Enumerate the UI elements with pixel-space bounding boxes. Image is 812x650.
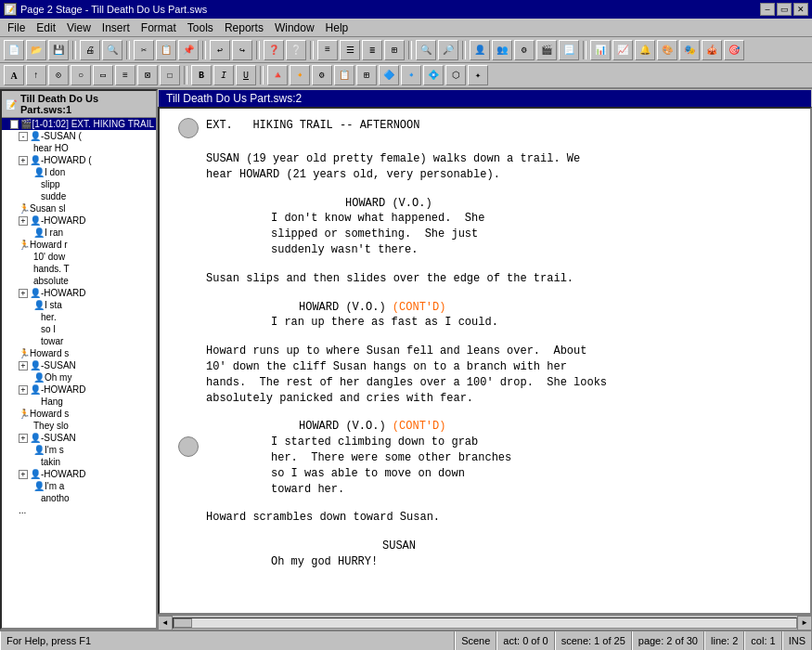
tb2-lines[interactable]: ≡ [115,65,135,85]
expand-icon[interactable]: - [10,120,19,129]
tb-redo[interactable]: ↪ [232,40,252,60]
tb-person2[interactable]: 👥 [492,40,512,60]
tree-item-howard4[interactable]: + 👤 -HOWARD [2,384,156,396]
tb-format2[interactable]: ☰ [340,40,360,60]
expand-icon-6[interactable]: + [19,361,28,370]
tree-item-hang[interactable]: Hang [2,396,156,408]
tb-paste[interactable]: 📌 [178,40,199,60]
tb-person1[interactable]: 👤 [470,40,490,60]
tb-report1[interactable]: 📊 [590,40,611,60]
menu-window[interactable]: Window [269,20,320,36]
menu-tools[interactable]: Tools [182,20,219,36]
tb-settings[interactable]: ⚙ [514,40,535,60]
tree-item-susan2[interactable]: + 👤 -SUSAN [2,359,156,371]
expand-icon-7[interactable]: + [19,385,28,395]
menu-format[interactable]: Format [135,20,182,36]
tb2-tri[interactable]: 🔺 [267,65,288,85]
tree-item-hear[interactable]: hear HO [2,142,156,154]
scroll-thumb[interactable] [174,618,192,628]
tb-help2[interactable]: ❔ [286,40,306,60]
expand-icon-5[interactable]: + [19,289,28,298]
restore-button[interactable]: ▭ [777,3,792,16]
expand-icon-4[interactable]: + [19,216,28,226]
tree-item-ims[interactable]: 👤 I'm s [2,444,156,456]
tb-format1[interactable]: ≡ [317,40,338,60]
menu-help[interactable]: Help [320,20,354,36]
minimize-button[interactable]: – [760,3,775,16]
tree-item-slipp[interactable]: slipp [2,178,156,190]
tb2-empty-circle[interactable]: ○ [71,65,91,85]
tb2-b2[interactable]: 🔹 [401,65,421,85]
doc-tab[interactable]: Till Death Do Us Part.sws:2 [158,89,812,107]
tree-item-howard-s2[interactable]: 🏃 Howard s [2,408,156,420]
tb2-b3[interactable]: 💠 [423,65,444,85]
nav-tree[interactable]: - 🎬 [1-01:02] EXT. HIKING TRAIL - 👤 -SUS… [2,118,156,628]
scroll-right-btn[interactable]: ► [797,616,812,630]
tb-copy[interactable]: 📋 [156,40,176,60]
expand-icon-3[interactable]: + [19,156,28,165]
tree-item-soi[interactable]: so I [2,323,156,335]
tb2-clip[interactable]: 📋 [334,65,354,85]
tb2-checkbox[interactable]: ☐ [160,65,180,85]
tb2-star[interactable]: ✦ [468,65,488,85]
horizontal-scrollbar[interactable]: ◄ ► [158,615,812,630]
tb-script[interactable]: 📃 [559,40,579,60]
tb2-dia[interactable]: 🔸 [290,65,310,85]
tb2-up[interactable]: ↑ [26,65,46,85]
tree-item-scene[interactable]: - 🎬 [1-01:02] EXT. HIKING TRAIL [2,118,156,130]
tree-item-iran[interactable]: 👤 I ran [2,227,156,239]
tb2-italic[interactable]: I [213,65,234,85]
tb2-circle[interactable]: ⊙ [48,65,69,85]
tb-extra1[interactable]: 🎭 [679,40,700,60]
tb2-sq[interactable]: ⊞ [356,65,377,85]
tb2-grid[interactable]: ⊠ [137,65,158,85]
tb-open[interactable]: 📂 [26,40,46,60]
menu-view[interactable]: View [61,20,97,36]
menu-edit[interactable]: Edit [31,20,61,36]
tree-item-susan-slips[interactable]: 🏃 Susan sl [2,202,156,214]
tree-item-idon[interactable]: 👤 I don [2,166,156,178]
tree-item-takin[interactable]: takin [2,456,156,468]
tree-item-susan3[interactable]: + 👤 -SUSAN [2,432,156,444]
tree-item-howard1[interactable]: + 👤 -HOWARD ( [2,154,156,166]
tree-item-towar[interactable]: towar [2,335,156,347]
tb-report2[interactable]: 📈 [612,40,633,60]
tb-format3[interactable]: ≣ [362,40,382,60]
tree-item-howard5[interactable]: + 👤 -HOWARD [2,468,156,480]
tb-help[interactable]: ❓ [264,40,284,60]
tb-format4[interactable]: ⊞ [384,40,405,60]
tb-color[interactable]: 🎨 [657,40,677,60]
tb2-b1[interactable]: 🔷 [379,65,399,85]
tb-preview[interactable]: 🔍 [102,40,122,60]
tree-item-anotho[interactable]: anotho [2,492,156,504]
expand-icon-8[interactable]: + [19,434,28,443]
tb-extra2[interactable]: 🎪 [702,40,722,60]
close-button[interactable]: ✕ [793,3,808,16]
tb-scene[interactable]: 🎬 [536,40,557,60]
tb2-a[interactable]: A [4,65,24,85]
script-area[interactable]: EXT. HIKING TRAIL -- AFTERNOON SUSAN (19… [158,107,812,615]
tb-report3[interactable]: 🔔 [635,40,655,60]
scroll-left-btn[interactable]: ◄ [158,616,173,630]
tree-item-sudde[interactable]: sudde [2,190,156,202]
tb2-b4[interactable]: ⬡ [445,65,466,85]
tb2-bold[interactable]: B [191,65,212,85]
tree-item-howard-runs[interactable]: 🏃 Howard r [2,239,156,251]
tb-extra3[interactable]: 🎯 [724,40,744,60]
tree-item-10dow[interactable]: 10' dow [2,251,156,263]
menu-insert[interactable]: Insert [97,20,135,36]
tree-item-howard2[interactable]: + 👤 -HOWARD [2,214,156,227]
tb-new[interactable]: 📄 [4,40,24,60]
tb2-underline[interactable]: U [236,65,256,85]
tb-undo[interactable]: ↩ [210,40,230,60]
expand-icon-9[interactable]: + [19,470,28,479]
tb-cut[interactable]: ✂ [134,40,154,60]
tree-item-howard-scr[interactable]: 🏃 Howard s [2,347,156,359]
tb-print[interactable]: 🖨 [80,40,100,60]
tb2-gear[interactable]: ⚙ [312,65,332,85]
menu-file[interactable]: File [2,20,31,36]
tb-zoom-in[interactable]: 🔍 [416,40,436,60]
menu-reports[interactable]: Reports [219,20,269,36]
tree-item-absolute[interactable]: absolute [2,275,156,287]
tb2-rect[interactable]: ▭ [93,65,113,85]
